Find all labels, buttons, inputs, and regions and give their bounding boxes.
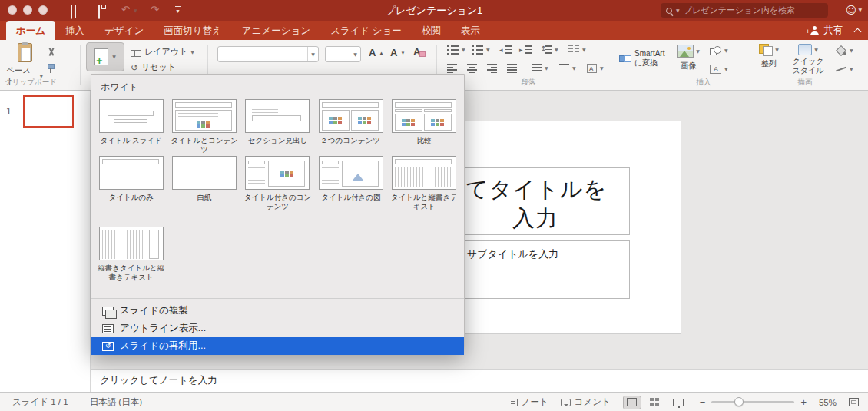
notes-icon bbox=[509, 399, 518, 406]
zoom-slider-knob[interactable] bbox=[734, 397, 744, 406]
slides-panel: 1 bbox=[0, 91, 91, 392]
smiley-caret-icon: ▼ bbox=[858, 8, 862, 12]
layout-option-section-header[interactable]: セクション見出し bbox=[241, 95, 314, 152]
menu-item-reuse-slides[interactable]: スライドの再利用... bbox=[91, 337, 464, 355]
outline-icon bbox=[836, 65, 846, 74]
tab-home[interactable]: ホーム bbox=[6, 21, 55, 40]
convert-to-smartart-button[interactable]: SmartArt に変換 bbox=[619, 49, 664, 68]
vertical-align-button[interactable]: ▼ bbox=[559, 64, 576, 73]
layout-option-title-and-content[interactable]: タイトルとコンテンツ bbox=[167, 95, 240, 152]
collapse-ribbon-icon[interactable] bbox=[854, 28, 862, 35]
layout-option-picture-with-caption[interactable]: タイトル付きの図 bbox=[314, 152, 387, 223]
layout-thumbnail bbox=[319, 156, 383, 190]
layout-option-two-content[interactable]: 2 つのコンテンツ bbox=[314, 95, 387, 152]
new-slide-icon bbox=[94, 48, 108, 65]
normal-view-button[interactable] bbox=[623, 396, 641, 409]
fit-slide-to-window-button[interactable] bbox=[849, 398, 859, 406]
new-slide-layout-menu: ホワイト タイトル スライド タイトルとコンテンツ bbox=[91, 74, 465, 350]
smiley-icon: ☺ bbox=[846, 4, 857, 16]
cut-icon[interactable] bbox=[46, 47, 56, 57]
text-direction-icon bbox=[587, 64, 597, 73]
tab-insert[interactable]: 挿入 bbox=[55, 21, 94, 40]
notes-toggle-button[interactable]: ノート bbox=[509, 396, 548, 408]
textbox-icon bbox=[710, 65, 721, 74]
new-slide-button[interactable]: ▼ bbox=[86, 42, 124, 71]
window-titlebar: ↶ ▼ ↷ ▼ プレゼンテーション1 ▼ プレゼンテーション内を検索 ☺ ▼ bbox=[0, 0, 868, 21]
layout-option-title-slide[interactable]: タイトル スライド bbox=[94, 95, 167, 152]
distribute-text-button[interactable]: ▼ bbox=[532, 64, 548, 73]
duplicate-slide-icon bbox=[102, 307, 114, 316]
slideshow-view-button[interactable] bbox=[669, 396, 687, 409]
align-left-icon[interactable] bbox=[447, 64, 457, 73]
grow-font-button[interactable]: A▲ bbox=[369, 48, 383, 58]
align-center-icon[interactable] bbox=[467, 64, 477, 73]
slide-commands: スライドの複製 アウトライン表示... スライドの再利用... bbox=[91, 299, 464, 355]
slide-thumbnail-1[interactable] bbox=[23, 95, 74, 128]
line-spacing-button[interactable]: ▼ bbox=[541, 45, 558, 55]
quick-styles-button[interactable]: ▼ クイック スタイル bbox=[790, 44, 827, 75]
layout-thumbnail bbox=[99, 156, 164, 190]
layout-thumbnail bbox=[319, 99, 383, 133]
reset-button[interactable]: ↺ リセット bbox=[131, 61, 176, 73]
tab-animations[interactable]: アニメーション bbox=[232, 21, 320, 40]
normal-view-icon bbox=[627, 398, 637, 406]
insert-picture-button[interactable]: ▼ 画像 bbox=[671, 45, 705, 71]
columns-button[interactable]: ▼ bbox=[568, 45, 586, 55]
drawing-group-label: 描画 bbox=[798, 78, 813, 88]
zoom-level[interactable]: 55% bbox=[819, 398, 837, 407]
title-placeholder-text-line1: てタイトルを bbox=[465, 174, 607, 205]
format-painter-icon[interactable] bbox=[46, 64, 55, 74]
layout-option-content-with-caption[interactable]: タイトル付きのコンテンツ bbox=[241, 152, 314, 223]
reuse-slides-icon bbox=[102, 342, 114, 351]
insert-shape-button[interactable]: ▼ bbox=[710, 46, 728, 55]
increase-indent-icon[interactable] bbox=[519, 45, 532, 55]
notes-input[interactable]: クリックしてノートを入力 bbox=[91, 369, 868, 392]
language-indicator[interactable]: 日本語 (日本) bbox=[90, 396, 142, 408]
tab-transitions[interactable]: 画面切り替え bbox=[154, 21, 232, 40]
shape-outline-button[interactable]: ▼ bbox=[836, 65, 853, 74]
zoom-in-button[interactable]: + bbox=[800, 396, 807, 408]
clipboard-group-label: クリップボード bbox=[5, 78, 57, 88]
align-right-icon[interactable] bbox=[487, 64, 497, 73]
justify-icon[interactable] bbox=[507, 64, 517, 73]
menu-item-duplicate-slide[interactable]: スライドの複製 bbox=[91, 302, 464, 320]
layout-option-vertical-title-and-text[interactable]: 縦書きタイトルと縦書きテキスト bbox=[94, 223, 167, 297]
search-input[interactable]: ▼ プレゼンテーション内を検索 bbox=[661, 3, 828, 18]
insert-textbox-button[interactable]: ▼ bbox=[710, 65, 728, 74]
quick-styles-icon bbox=[798, 44, 812, 55]
numbering-icon bbox=[472, 45, 483, 55]
tab-review[interactable]: 校閲 bbox=[412, 21, 451, 40]
search-placeholder: プレゼンテーション内を検索 bbox=[684, 5, 795, 16]
shrink-font-button[interactable]: A▼ bbox=[390, 48, 405, 58]
layout-button[interactable]: レイアウト ▼ bbox=[131, 46, 194, 58]
outline-view-icon bbox=[102, 324, 114, 333]
comments-toggle-button[interactable]: コメント bbox=[561, 396, 611, 408]
zoom-out-button[interactable]: − bbox=[700, 396, 706, 408]
share-button[interactable]: + 共有 bbox=[810, 24, 843, 37]
slide-sorter-view-button[interactable] bbox=[646, 396, 664, 409]
bullets-button[interactable]: ▼ bbox=[447, 45, 465, 55]
zoom-slider[interactable] bbox=[711, 401, 794, 403]
tab-view[interactable]: 表示 bbox=[451, 21, 490, 40]
feedback-smiley-button[interactable]: ☺ ▼ bbox=[846, 4, 862, 16]
paste-clipboard-icon bbox=[18, 43, 32, 62]
status-bar: スライド 1 / 1 日本語 (日本) ノート コメント − + 55% bbox=[0, 392, 868, 411]
tab-design[interactable]: デザイン bbox=[94, 21, 154, 40]
search-scope-caret-icon: ▼ bbox=[676, 8, 680, 13]
clear-formatting-icon[interactable]: A bbox=[413, 47, 426, 58]
menu-item-outline-view[interactable]: アウトライン表示... bbox=[91, 320, 464, 337]
font-name-select[interactable]: ▼ bbox=[217, 46, 319, 62]
distribute-text-icon bbox=[532, 64, 542, 73]
layout-option-blank[interactable]: 白紙 bbox=[167, 152, 240, 223]
numbering-button[interactable]: ▼ bbox=[472, 45, 490, 55]
tab-slideshow[interactable]: スライド ショー bbox=[320, 21, 412, 40]
shape-fill-button[interactable]: ▼ bbox=[836, 46, 853, 55]
layout-option-comparison[interactable]: 比較 bbox=[388, 95, 461, 152]
layout-option-title-and-vertical-text[interactable]: タイトルと縦書きテキスト bbox=[388, 152, 461, 223]
text-direction-button[interactable]: ▼ bbox=[587, 64, 604, 73]
insert-group-label: 挿入 bbox=[697, 78, 711, 88]
layout-option-title-only[interactable]: タイトルのみ bbox=[94, 152, 167, 223]
arrange-button[interactable]: ▼ 整列 bbox=[753, 44, 785, 69]
decrease-indent-icon[interactable] bbox=[499, 45, 512, 55]
font-size-select[interactable]: ▼ bbox=[325, 46, 361, 62]
